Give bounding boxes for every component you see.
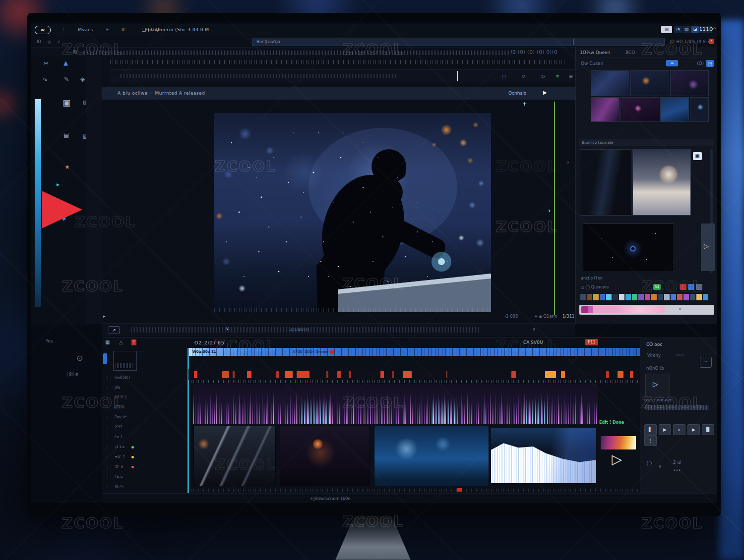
- chevron-up-icon[interactable]: ^: [713, 27, 717, 32]
- timeline-clip-1[interactable]: [193, 426, 276, 486]
- clip-marker[interactable]: [446, 371, 447, 378]
- inspector-thumb[interactable]: ▷: [645, 374, 670, 397]
- effect-chip[interactable]: [677, 294, 682, 300]
- menu-item-3[interactable]: IC: [122, 27, 126, 32]
- timeline-clip-3[interactable]: [374, 426, 489, 486]
- transport-button[interactable]: ▶: [659, 424, 671, 435]
- source-clip-space[interactable]: [583, 224, 674, 272]
- inspector-slider[interactable]: [645, 405, 709, 410]
- track-row[interactable]: ¡1 t.o: [102, 442, 187, 452]
- clip-marker[interactable]: [222, 371, 229, 378]
- media-tool-icon[interactable]: ▲: [63, 59, 68, 66]
- effect-chip[interactable]: [683, 294, 689, 300]
- bin-thumbnail[interactable]: [591, 70, 629, 96]
- timeline-play-outline-icon[interactable]: ▶: [612, 452, 621, 466]
- new-bin-button[interactable]: ◳: [706, 60, 714, 67]
- clip-marker[interactable]: [545, 371, 556, 378]
- timeline-warning-icon[interactable]: △: [119, 339, 123, 345]
- clock-icon[interactable]: ◔: [674, 26, 682, 33]
- track-monitor-thumb[interactable]: [113, 351, 137, 371]
- list-view-button[interactable]: ≡: [666, 60, 678, 66]
- play-tool-icon[interactable]: ▸: [57, 181, 60, 188]
- clip-marker[interactable]: [276, 371, 279, 378]
- transport-button[interactable]: ▌: [644, 424, 657, 435]
- effect-chip[interactable]: [632, 294, 637, 300]
- frame-scroll-ticks[interactable]: [214, 308, 491, 312]
- ruler-ticks[interactable]: [83, 51, 509, 55]
- vertical-ruler[interactable]: [86, 57, 102, 324]
- clip-marker[interactable]: [247, 371, 251, 378]
- track-row[interactable]: 2?i7 .: [102, 422, 187, 432]
- bin-thumbnail[interactable]: [660, 97, 689, 122]
- source-clip-alley[interactable]: [580, 149, 631, 216]
- effect-chip[interactable]: [651, 294, 657, 300]
- timeline-alert-badge[interactable]: !: [131, 339, 136, 345]
- marker-track[interactable]: [188, 369, 640, 380]
- cut-tool-icon[interactable]: ✂: [44, 60, 49, 67]
- audio-waveform-track[interactable]: [193, 384, 598, 424]
- effect-chip[interactable]: [703, 294, 708, 300]
- effect-chip[interactable]: [690, 294, 695, 300]
- more-dots-icon[interactable]: •••: [673, 468, 681, 473]
- transport-button[interactable]: ▶: [687, 424, 700, 435]
- drawer-play-icon[interactable]: ▷: [704, 242, 709, 250]
- record-chip[interactable]: F11: [585, 339, 598, 345]
- track-row[interactable]: I'u 1: [102, 432, 187, 442]
- bin-thumbnail[interactable]: [591, 97, 620, 122]
- clip-marker[interactable]: [403, 371, 412, 378]
- timeline-clip-2[interactable]: [280, 426, 370, 486]
- track-row[interactable]: j0a .: [102, 383, 187, 392]
- video-frame[interactable]: [214, 113, 491, 312]
- bin-thumbnail[interactable]: [690, 97, 709, 122]
- track-row[interactable]: ≡U' 7: [102, 452, 187, 462]
- clip-marker[interactable]: [194, 371, 197, 378]
- red-chip[interactable]: [680, 284, 686, 290]
- wave-tool-icon[interactable]: ∿: [43, 76, 48, 83]
- gear-row[interactable]: | 9ll ⚙: [66, 372, 79, 377]
- effect-chip[interactable]: [587, 294, 592, 300]
- timeline-ruler[interactable]: W0u¡00d 11 A7O0! 0OO4 Omnnn: [188, 348, 640, 356]
- inspector-thumb-play-icon[interactable]: ▷: [653, 380, 658, 388]
- effect-chip[interactable]: [593, 294, 599, 300]
- clip-marker[interactable]: [326, 371, 328, 378]
- next-chevron-icon[interactable]: ›: [548, 207, 551, 214]
- track-row[interactable]: I £.o: [102, 472, 187, 482]
- transport-button[interactable]: »: [673, 424, 685, 435]
- app-logo[interactable]: ∞: [35, 26, 51, 34]
- clip-marker[interactable]: [561, 371, 565, 378]
- search-input[interactable]: [252, 38, 665, 46]
- track-row[interactable]: (9 /∿: [102, 482, 187, 492]
- color-gradient-clip[interactable]: [601, 436, 636, 449]
- source-clip-person[interactable]: [632, 149, 691, 216]
- gray-chip[interactable]: [696, 284, 702, 290]
- blue-chip[interactable]: [688, 284, 694, 290]
- panel-icon[interactable]: ▤: [682, 26, 690, 33]
- clip-marker[interactable]: [285, 371, 293, 378]
- effect-chip[interactable]: [658, 294, 663, 300]
- scrub-marker[interactable]: ∨: [226, 326, 229, 331]
- bin-thumbnail[interactable]: [620, 97, 659, 122]
- transport-button[interactable]: ▉: [702, 424, 714, 435]
- clip-marker[interactable]: [233, 371, 235, 378]
- label-caret[interactable]: ∨: [679, 307, 682, 311]
- effect-chip[interactable]: [606, 294, 612, 300]
- transport-button[interactable]: ⋮: [644, 435, 657, 446]
- bin-label[interactable]: Ow Cusan: [581, 61, 603, 66]
- down-caret-icon[interactable]: ∨: [658, 464, 662, 469]
- copy-icon[interactable]: ('): [646, 460, 652, 466]
- clip-marker[interactable]: [618, 371, 623, 378]
- effect-chip[interactable]: [638, 294, 644, 300]
- clip-marker[interactable]: [630, 371, 633, 378]
- effect-chip[interactable]: [671, 294, 676, 300]
- menu-item-2[interactable]: E: [106, 27, 109, 32]
- track-row[interactable]: 7av 0*: [102, 412, 187, 422]
- panel-chevron-icon[interactable]: ›: [567, 159, 569, 166]
- effect-chip[interactable]: [613, 294, 618, 300]
- bin-thumbnail[interactable]: [670, 70, 709, 96]
- pen-tool-icon[interactable]: ✎: [64, 76, 69, 83]
- big-play-button[interactable]: [42, 191, 82, 228]
- corner-play-marker[interactable]: ▸: [103, 314, 106, 319]
- undo-icon[interactable]: ↺: [522, 74, 526, 79]
- clip-marker[interactable]: [337, 371, 341, 378]
- effect-chip[interactable]: [625, 294, 631, 300]
